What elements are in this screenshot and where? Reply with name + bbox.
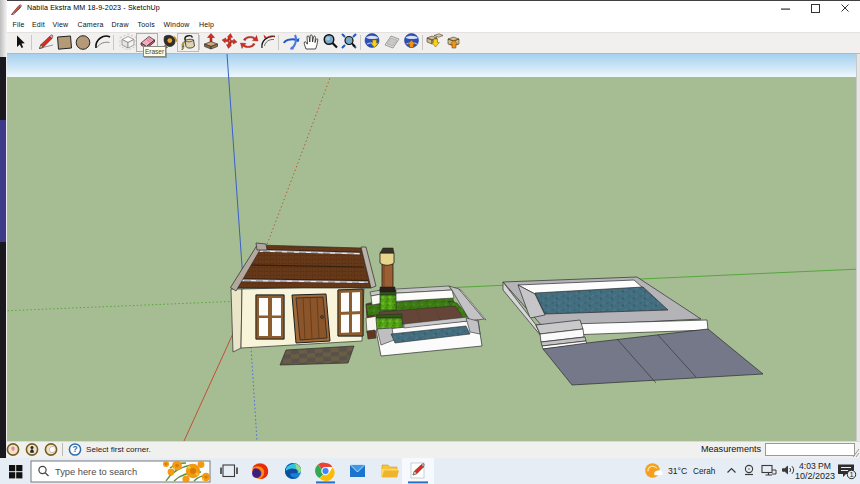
svg-text:1: 1 (849, 470, 853, 479)
svg-text:4:03 PM: 4:03 PM (799, 461, 831, 471)
svg-text:?: ? (72, 444, 77, 454)
svg-text:Type here to search: Type here to search (55, 467, 137, 477)
svg-text:Cerah: Cerah (693, 467, 716, 476)
svg-text:Select first corner.: Select first corner. (86, 445, 151, 454)
svg-text:31°C: 31°C (668, 466, 687, 476)
svg-text:10/2/2023: 10/2/2023 (795, 471, 835, 481)
